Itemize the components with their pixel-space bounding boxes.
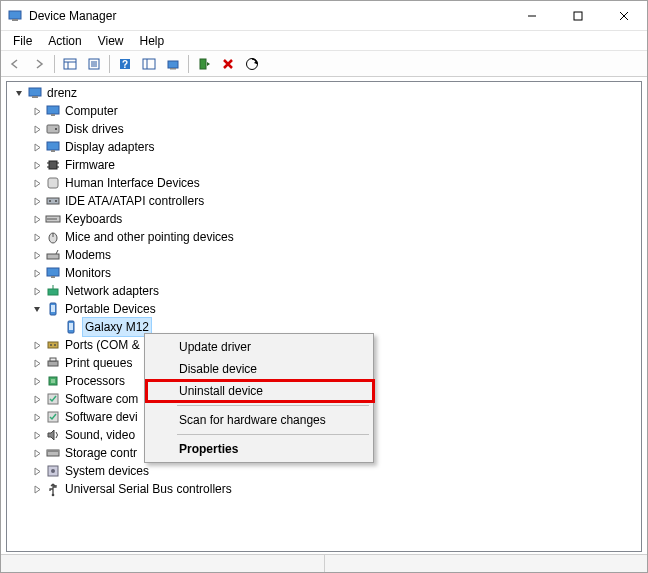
usb-icon <box>45 481 61 497</box>
keyboard-icon <box>45 211 61 227</box>
svg-point-26 <box>55 128 57 130</box>
tree-label: Sound, video <box>65 426 135 444</box>
menu-action[interactable]: Action <box>40 32 89 50</box>
properties-icon[interactable] <box>83 53 105 75</box>
uninstall-device-icon[interactable] <box>217 53 239 75</box>
svg-rect-56 <box>48 342 58 348</box>
expand-icon[interactable] <box>31 395 43 404</box>
action-icon[interactable] <box>138 53 160 75</box>
svg-point-57 <box>50 344 52 346</box>
tree-category[interactable]: Modems <box>11 246 641 264</box>
expand-icon[interactable] <box>31 359 43 368</box>
menu-view[interactable]: View <box>90 32 132 50</box>
tree-category[interactable]: Keyboards <box>11 210 641 228</box>
tree-category[interactable]: Network adapters <box>11 282 641 300</box>
expand-icon[interactable] <box>31 107 43 116</box>
tree-category[interactable]: Portable Devices <box>11 300 641 318</box>
back-button[interactable] <box>4 53 26 75</box>
toolbar-separator <box>188 55 189 73</box>
svg-rect-66 <box>47 450 59 452</box>
expand-icon[interactable] <box>31 125 43 134</box>
cpu-icon <box>45 373 61 389</box>
menubar: File Action View Help <box>1 31 647 51</box>
expand-icon[interactable] <box>31 143 43 152</box>
tree-category[interactable]: Monitors <box>11 264 641 282</box>
modem-icon <box>45 247 61 263</box>
expand-icon[interactable] <box>31 449 43 458</box>
toolbar-separator <box>109 55 110 73</box>
expand-icon[interactable] <box>31 179 43 188</box>
tree-category[interactable]: System devices <box>11 462 641 480</box>
maximize-button[interactable] <box>555 1 601 31</box>
tree-category[interactable]: Firmware <box>11 156 641 174</box>
tree-category[interactable]: Disk drives <box>11 120 641 138</box>
forward-button[interactable] <box>28 53 50 75</box>
chip-icon <box>45 157 61 173</box>
expand-icon[interactable] <box>31 485 43 494</box>
software-icon <box>45 409 61 425</box>
ctx-uninstall-device[interactable]: Uninstall device <box>147 380 371 402</box>
svg-rect-35 <box>47 198 59 204</box>
expand-icon[interactable] <box>31 467 43 476</box>
port-icon <box>45 337 61 353</box>
tree-label: Software com <box>65 390 138 408</box>
enable-device-icon[interactable] <box>193 53 215 75</box>
update-driver-icon[interactable] <box>162 53 184 75</box>
system-icon <box>45 463 61 479</box>
tree-root[interactable]: drenz <box>11 84 641 102</box>
tree-label: Human Interface Devices <box>65 174 200 192</box>
expand-icon[interactable] <box>31 413 43 422</box>
tree-category[interactable]: Mice and other pointing devices <box>11 228 641 246</box>
tree-category[interactable]: Display adapters <box>11 138 641 156</box>
tree-label: Software devi <box>65 408 138 426</box>
computer-icon <box>27 85 43 101</box>
svg-text:?: ? <box>122 59 128 70</box>
minimize-button[interactable] <box>509 1 555 31</box>
close-button[interactable] <box>601 1 647 31</box>
svg-rect-29 <box>49 161 57 169</box>
tree-label: IDE ATA/ATAPI controllers <box>65 192 204 210</box>
menu-file[interactable]: File <box>5 32 40 50</box>
expand-icon[interactable] <box>31 287 43 296</box>
svg-rect-53 <box>51 305 55 312</box>
svg-rect-59 <box>48 361 58 366</box>
expand-icon[interactable] <box>31 269 43 278</box>
toolbar: ? <box>1 51 647 77</box>
window-title: Device Manager <box>29 9 116 23</box>
collapse-icon[interactable] <box>13 89 25 98</box>
device-tree[interactable]: drenz Computer Disk drives Display adapt… <box>6 81 642 552</box>
tree-label: Portable Devices <box>65 300 156 318</box>
ctx-properties[interactable]: Properties <box>147 438 371 460</box>
expand-icon[interactable] <box>31 341 43 350</box>
tree-category[interactable]: Computer <box>11 102 641 120</box>
scan-hardware-icon[interactable] <box>241 53 263 75</box>
context-menu: Update driver Disable device Uninstall d… <box>144 333 374 463</box>
collapse-icon[interactable] <box>31 305 43 314</box>
svg-rect-18 <box>170 68 176 70</box>
expand-icon[interactable] <box>31 197 43 206</box>
tree-label: Monitors <box>65 264 111 282</box>
tree-label: Processors <box>65 372 125 390</box>
ctx-disable-device[interactable]: Disable device <box>147 358 371 380</box>
expand-icon[interactable] <box>31 215 43 224</box>
expand-icon[interactable] <box>31 251 43 260</box>
tree-label: Computer <box>65 102 118 120</box>
storage-icon <box>45 445 61 461</box>
expand-icon[interactable] <box>31 431 43 440</box>
expand-icon[interactable] <box>31 377 43 386</box>
svg-rect-46 <box>47 254 59 259</box>
sound-icon <box>45 427 61 443</box>
ctx-update-driver[interactable]: Update driver <box>147 336 371 358</box>
tree-label: Disk drives <box>65 120 124 138</box>
tree-category[interactable]: IDE ATA/ATAPI controllers <box>11 192 641 210</box>
ctx-scan-hardware[interactable]: Scan for hardware changes <box>147 409 371 431</box>
mouse-icon <box>45 229 61 245</box>
show-hidden-icon[interactable] <box>59 53 81 75</box>
tree-category[interactable]: Universal Serial Bus controllers <box>11 480 641 498</box>
expand-icon[interactable] <box>31 233 43 242</box>
tree-category[interactable]: Human Interface Devices <box>11 174 641 192</box>
help-icon[interactable]: ? <box>114 53 136 75</box>
expand-icon[interactable] <box>31 161 43 170</box>
menu-help[interactable]: Help <box>132 32 173 50</box>
svg-rect-25 <box>47 125 59 133</box>
